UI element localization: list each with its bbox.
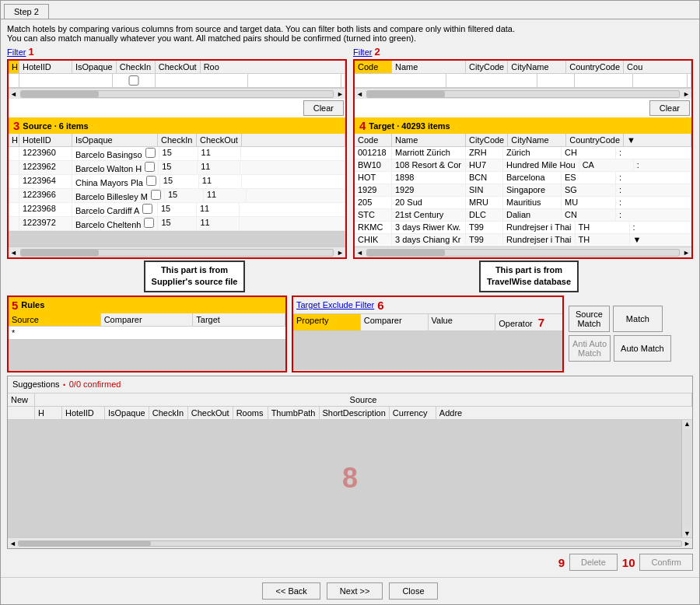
t-r6-name: 21st Century: [392, 209, 466, 221]
source-hscroll[interactable]: ◄ ►: [9, 88, 345, 99]
sug-scroll-right[interactable]: ►: [682, 540, 692, 547]
source-bottom-hscroll[interactable]: ◄ ►: [9, 247, 345, 257]
target-grid: Code Name CityCode CityName CountryCode …: [353, 59, 693, 259]
source-r3-cb[interactable]: [146, 176, 156, 186]
target-filter-countrycode[interactable]: [633, 74, 688, 87]
source-row-6[interactable]: 1223972 Barcelo Cheltenh 15 11: [9, 217, 345, 231]
target-dh-citycode: CityCode: [466, 134, 508, 146]
sug-scroll-track[interactable]: [18, 540, 682, 547]
source-bscroll-left[interactable]: ◄: [9, 249, 19, 257]
source-r5-rooms: [240, 203, 345, 216]
source-r1-rooms: [241, 147, 345, 160]
filter1-link[interactable]: Filter: [7, 47, 26, 57]
target-row-5[interactable]: 205 20 Sud MRU Mauritius MU :: [355, 197, 691, 209]
source-row-4[interactable]: 1223966 Barcelo Billesley M 15 11: [9, 189, 345, 203]
target-filter-citycode[interactable]: [537, 74, 575, 87]
match-button[interactable]: Match: [613, 306, 663, 332]
source-filter-isopaque-check[interactable]: [114, 75, 153, 86]
source-row-1[interactable]: 1223960 Barcelo Basingso 15 11: [9, 147, 345, 161]
source-row-5[interactable]: 1223968 Barcelo Cardiff A 15 11: [9, 203, 345, 217]
target-filter-cityname[interactable]: [575, 74, 633, 87]
target-row-3[interactable]: HOT 1898 BCN Barcelona ES :: [355, 172, 691, 184]
t-r3-citycode: BCN: [466, 172, 503, 184]
tef-col-property: Property: [293, 314, 361, 330]
source-row-2[interactable]: 1223962 Barcelo Walton H 15 11: [9, 161, 345, 175]
source-bscroll-track[interactable]: [20, 249, 334, 257]
source-r6-h: [9, 217, 19, 230]
delete-num: 9: [558, 556, 565, 569]
target-bscroll-left[interactable]: ◄: [355, 249, 365, 257]
source-r1-checkin: 15: [159, 147, 198, 160]
target-hscroll[interactable]: ◄ ►: [355, 88, 691, 99]
source-filter-checkout-input[interactable]: [250, 76, 339, 85]
source-scroll-right[interactable]: ►: [335, 90, 345, 98]
target-row-6[interactable]: STC 21st Century DLC Dalian CN :: [355, 209, 691, 222]
source-clear-button[interactable]: Clear: [303, 100, 344, 116]
target-filter-name-input[interactable]: [448, 76, 536, 85]
t-r2-code: BW10: [355, 159, 392, 171]
source-bscroll-right[interactable]: ►: [335, 249, 345, 257]
sug-col-shortdesc: ShortDescription: [320, 407, 390, 419]
target-row-1[interactable]: 001218 Marriott Zürich ZRH Zürich CH :: [355, 147, 691, 159]
back-button[interactable]: << Back: [262, 582, 320, 600]
t-r8-code: CHIK: [355, 234, 392, 246]
source-r6-cb[interactable]: [144, 218, 154, 228]
close-button[interactable]: Close: [389, 582, 437, 600]
source-filter-checkout[interactable]: [248, 74, 341, 87]
target-clear-button[interactable]: Clear: [649, 100, 690, 116]
source-col-checkout: CheckOut: [156, 61, 201, 73]
source-r2-cb[interactable]: [145, 162, 155, 172]
source-r4-cb[interactable]: [151, 190, 161, 200]
confirm-button[interactable]: Confirm: [639, 554, 693, 571]
t-r1-name: Marriott Zürich: [392, 147, 466, 159]
source-filter-checkin[interactable]: [156, 74, 249, 87]
source-filter-checkin-input[interactable]: [157, 76, 247, 85]
target-scroll-right[interactable]: ►: [681, 90, 691, 98]
source-section-num: 3: [13, 119, 19, 132]
source-r5-cb[interactable]: [142, 204, 152, 214]
target-row-4[interactable]: 1929 1929 SIN Singapore SG :: [355, 184, 691, 197]
target-scroll-left[interactable]: ◄: [355, 90, 365, 98]
auto-match-button[interactable]: Auto Match: [614, 335, 671, 362]
tef-link[interactable]: Target Exclude Filter: [296, 300, 374, 309]
step2-tab[interactable]: Step 2: [4, 4, 49, 19]
sug-col-addr: Addre: [436, 407, 692, 419]
annotation-right: This part is fromTravelWise database: [479, 261, 579, 292]
sug-vscroll[interactable]: ▲ ▼: [681, 420, 692, 537]
target-row-8[interactable]: CHIK 3 days Chiang Kr T99 Rundrejser i T…: [355, 234, 691, 247]
target-row-2[interactable]: BW10 108 Resort & Cor HU7 Hundred Mile H…: [355, 159, 691, 172]
target-bscroll-track[interactable]: [366, 249, 680, 257]
delete-button[interactable]: Delete: [569, 554, 618, 571]
target-bscroll-right[interactable]: ►: [681, 249, 691, 257]
t-r4-code: 1929: [355, 184, 392, 196]
sug-body: 8 ▲ ▼: [8, 420, 692, 537]
source-scroll-track[interactable]: [20, 90, 334, 98]
target-section-header: 4 Target · 40293 items: [355, 117, 691, 134]
sug-col-h: H: [35, 407, 62, 419]
target-filter-name[interactable]: [446, 74, 538, 87]
target-filter-row: [355, 74, 691, 88]
filter2-link[interactable]: Filter: [353, 47, 372, 57]
source-filter-hotelid[interactable]: [19, 74, 113, 87]
anti-auto-match-button[interactable]: Anti AutoMatch: [569, 335, 611, 362]
source-r5-checkin: 15: [158, 203, 197, 216]
target-filter-code-input[interactable]: [356, 76, 444, 85]
target-filter-code[interactable]: [355, 74, 446, 87]
target-scroll-track[interactable]: [366, 90, 680, 98]
target-row-7[interactable]: RKMC 3 days Riwer Kw. T99 Rundrejser i T…: [355, 222, 691, 234]
source-r4-checkin: 15: [165, 189, 204, 202]
source-r1-cb[interactable]: [145, 148, 156, 158]
source-dh-rooms: [242, 134, 345, 146]
source-row-3[interactable]: 1223964 China Mayors Pla 15 11: [9, 175, 345, 189]
source-filter-isopaque[interactable]: [113, 74, 156, 87]
t-r1-cityname: Zürich: [503, 147, 562, 159]
sug-hscroll[interactable]: ◄ ►: [8, 537, 692, 548]
rules-star-row: *: [9, 327, 285, 340]
source-scroll-left[interactable]: ◄: [9, 90, 19, 98]
target-bottom-hscroll[interactable]: ◄ ►: [355, 247, 691, 257]
source-filter-hotelid-input[interactable]: [21, 76, 110, 85]
source-match-button[interactable]: SourceMatch: [569, 306, 610, 332]
sug-scroll-left[interactable]: ◄: [8, 540, 18, 547]
target-col-name: Name: [392, 61, 466, 73]
next-button[interactable]: Next >>: [327, 582, 383, 600]
